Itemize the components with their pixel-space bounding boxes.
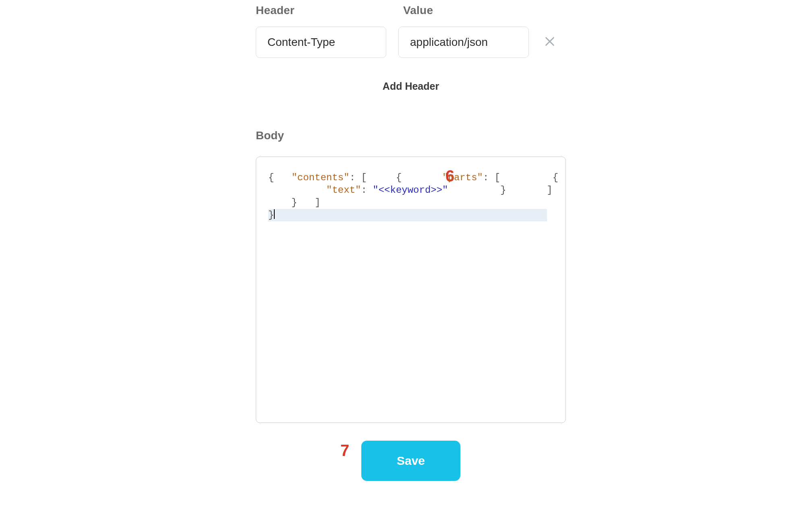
code-line: } [454, 185, 506, 196]
header-value-input[interactable] [398, 27, 529, 58]
header-row [256, 27, 570, 58]
http-config-form: Header Value Add Header Body 6 { "conten… [256, 4, 570, 485]
save-row: 7 Save [256, 441, 566, 485]
value-column-label: Value [403, 4, 534, 17]
text-cursor [274, 209, 275, 219]
code-line: "contents": [ [280, 172, 367, 183]
code-line: { [268, 172, 274, 183]
add-header-button[interactable]: Add Header [256, 80, 566, 92]
code-line: "text": "<<keyword>>" [268, 185, 448, 196]
code-line: ] [512, 185, 553, 196]
save-button[interactable]: Save [361, 441, 460, 481]
code-line: { [373, 172, 402, 183]
header-name-input[interactable] [256, 27, 386, 58]
code-line-active: } [268, 209, 547, 221]
body-section-label: Body [256, 129, 570, 142]
code-line: } [268, 197, 297, 208]
header-labels-row: Header Value [256, 4, 570, 17]
header-column-label: Header [256, 4, 386, 17]
code-line: "parts": [ [408, 172, 500, 183]
annotation-7: 7 [340, 441, 349, 460]
code-line: { [506, 172, 559, 183]
code-line: ] [303, 197, 320, 208]
remove-header-icon[interactable] [541, 32, 559, 53]
body-json-editor[interactable]: 6 { "contents": [ { "parts": [ { "text":… [256, 157, 566, 423]
